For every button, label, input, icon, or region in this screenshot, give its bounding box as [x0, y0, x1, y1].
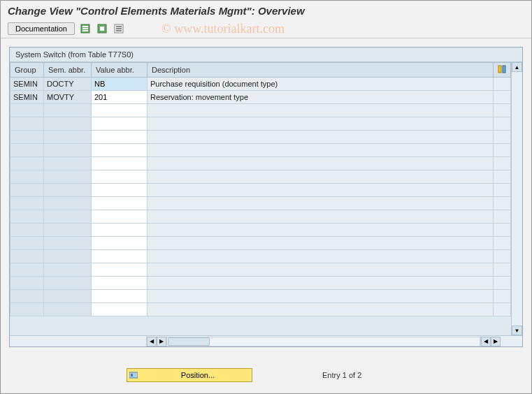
table-row[interactable] [10, 170, 511, 184]
col-header-group[interactable]: Group [10, 63, 44, 78]
cell-value[interactable] [92, 104, 148, 117]
table-row[interactable] [10, 117, 511, 131]
cell-empty [494, 250, 511, 263]
value-input[interactable] [92, 250, 147, 263]
cell-empty [494, 91, 511, 104]
cell-value[interactable] [92, 277, 148, 290]
cell-value[interactable] [92, 157, 148, 170]
table-row[interactable] [10, 210, 511, 224]
cell-value[interactable] [92, 290, 148, 303]
cell-value[interactable] [92, 197, 148, 210]
hscroll-thumb[interactable] [168, 337, 210, 346]
cell-value[interactable] [92, 210, 148, 224]
table-row[interactable] [10, 131, 511, 144]
cell-value[interactable] [92, 170, 148, 184]
col-header-value[interactable]: Value abbr. [92, 63, 148, 78]
value-input[interactable] [92, 197, 147, 210]
cell-group [10, 104, 44, 117]
cell-desc [148, 237, 494, 250]
value-input[interactable] [92, 210, 147, 223]
table-row[interactable] [10, 277, 511, 290]
value-input[interactable] [92, 170, 147, 183]
configure-columns-icon[interactable] [494, 63, 511, 78]
cell-value[interactable] [92, 131, 148, 144]
scroll-down-icon[interactable]: ▼ [512, 326, 522, 335]
cell-empty [494, 224, 511, 237]
value-input[interactable] [92, 104, 147, 117]
value-input[interactable] [92, 290, 147, 302]
table-row[interactable] [10, 263, 511, 277]
table-row[interactable] [10, 157, 511, 170]
value-input[interactable] [92, 303, 147, 316]
cell-sem [44, 157, 92, 170]
table-row[interactable] [10, 303, 511, 316]
value-input[interactable] [92, 117, 147, 130]
hscroll-track[interactable] [166, 337, 480, 346]
table-row[interactable]: SEMINMOVTYReservation: movement type [10, 91, 511, 104]
svg-rect-1 [82, 26, 88, 27]
value-input[interactable] [92, 184, 147, 196]
cell-value[interactable] [92, 78, 148, 91]
table-row[interactable]: SEMINDOCTYPurchase requisition (document… [10, 78, 511, 91]
cell-sem [44, 237, 92, 250]
value-input[interactable] [92, 131, 147, 143]
cell-group [10, 263, 44, 277]
cell-empty [494, 303, 511, 316]
table-row[interactable] [10, 224, 511, 237]
cell-group: SEMIN [10, 78, 44, 91]
cell-sem [44, 224, 92, 237]
table-row[interactable] [10, 184, 511, 197]
svg-rect-9 [116, 30, 122, 31]
cell-empty [494, 290, 511, 303]
hscroll2-right-icon[interactable]: ▶ [491, 337, 501, 346]
value-input[interactable] [92, 91, 147, 103]
app-window: Change View "Control Elements Materials … [0, 0, 532, 394]
cell-empty [494, 277, 511, 290]
cell-value[interactable] [92, 91, 148, 104]
cell-group [10, 303, 44, 316]
table-row[interactable] [10, 237, 511, 250]
table-row[interactable] [10, 290, 511, 303]
col-header-sem[interactable]: Sem. abbr. [44, 63, 92, 78]
table-row[interactable] [10, 197, 511, 210]
value-input[interactable] [92, 157, 147, 170]
hscroll-left-icon[interactable]: ◀ [147, 337, 157, 346]
expand-all-icon[interactable] [79, 22, 92, 35]
page-title: Change View "Control Elements Materials … [1, 1, 531, 20]
vertical-scrollbar[interactable]: ▲ ▼ [511, 62, 522, 335]
cell-desc [148, 290, 494, 303]
cell-group [10, 210, 44, 224]
hscroll2-left-icon[interactable]: ◀ [481, 337, 491, 346]
cell-value[interactable] [92, 250, 148, 263]
value-input[interactable] [92, 144, 147, 156]
cell-value[interactable] [92, 184, 148, 197]
value-input[interactable] [92, 277, 147, 289]
value-input[interactable] [92, 263, 147, 276]
cell-group [10, 250, 44, 263]
table-row[interactable] [10, 250, 511, 263]
cell-value[interactable] [92, 263, 148, 277]
table-row[interactable] [10, 144, 511, 157]
cell-value[interactable] [92, 224, 148, 237]
cell-value[interactable] [92, 117, 148, 131]
cell-value[interactable] [92, 237, 148, 250]
position-button[interactable]: Position... [127, 368, 252, 382]
table-row[interactable] [10, 104, 511, 117]
value-input[interactable] [92, 224, 147, 236]
collapse-all-icon[interactable] [96, 22, 108, 35]
cell-value[interactable] [92, 303, 148, 316]
entry-count-text: Entry 1 of 2 [322, 371, 361, 379]
documentation-button[interactable]: Documentation [8, 22, 75, 35]
cell-group: SEMIN [10, 91, 44, 104]
horizontal-scrollbar-row: ◀ ▶ ◀ ▶ [10, 335, 522, 346]
scroll-up-icon[interactable]: ▲ [512, 62, 522, 72]
cell-desc [148, 157, 494, 170]
cell-group [10, 237, 44, 250]
cell-group [10, 277, 44, 290]
cell-value[interactable] [92, 144, 148, 157]
value-input[interactable] [92, 237, 147, 249]
value-input[interactable] [92, 78, 147, 90]
hscroll-right-icon[interactable]: ▶ [157, 337, 166, 346]
select-all-icon[interactable] [113, 22, 125, 35]
col-header-desc[interactable]: Description [148, 63, 494, 78]
